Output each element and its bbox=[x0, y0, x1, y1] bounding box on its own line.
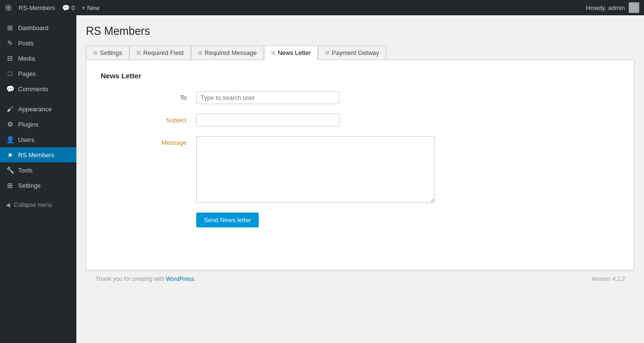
wordpress-link[interactable]: WordPress. bbox=[166, 276, 195, 282]
sidebar-item-settings[interactable]: ⊞ Settings bbox=[0, 178, 76, 193]
subject-label: Subject bbox=[101, 114, 196, 124]
collapse-menu[interactable]: ◀ Collapse menu bbox=[0, 198, 76, 212]
tab-required-field[interactable]: ⊞ Required Field bbox=[129, 45, 191, 60]
to-input[interactable] bbox=[196, 91, 339, 104]
sidebar-item-media[interactable]: ⊟ Media bbox=[0, 51, 76, 66]
admin-bar: ⊕ RS-Members 💬 0 + New Howdy, admin bbox=[0, 0, 644, 15]
pages-icon: □ bbox=[6, 70, 14, 77]
sidebar-item-label: Pages bbox=[18, 70, 36, 77]
collapse-icon: ◀ bbox=[6, 202, 10, 208]
sidebar-item-comments[interactable]: 💬 Comments bbox=[0, 81, 76, 96]
message-label: Message bbox=[101, 136, 196, 146]
settings-icon: ⊞ bbox=[6, 182, 14, 189]
sidebar-item-label: Users bbox=[18, 136, 34, 143]
plus-icon: + bbox=[82, 4, 85, 11]
tab-news-letter[interactable]: ⊞ News Letter bbox=[264, 45, 318, 60]
sidebar-item-tools[interactable]: 🔧 Tools bbox=[0, 162, 76, 178]
tools-icon: 🔧 bbox=[6, 166, 14, 174]
new-link[interactable]: + New bbox=[82, 4, 100, 11]
posts-icon: ✎ bbox=[6, 39, 14, 47]
sidebar-item-plugins[interactable]: ⚙ Plugins bbox=[0, 117, 76, 132]
submit-spacer bbox=[101, 213, 196, 215]
tab-settings-icon: ⊞ bbox=[93, 50, 97, 56]
section-title: News Letter bbox=[101, 72, 620, 80]
footer-text: Thank you for creating with WordPress. bbox=[95, 276, 196, 282]
appearance-icon: 🖌 bbox=[6, 105, 14, 113]
media-icon: ⊟ bbox=[6, 54, 14, 62]
tab-required-field-icon: ⊞ bbox=[137, 50, 141, 56]
sidebar-item-label: RS Members bbox=[18, 151, 54, 159]
form-row-message: Message bbox=[101, 136, 620, 203]
sidebar-item-label: Dashboard bbox=[18, 24, 49, 32]
content-panel: News Letter To Subject Message bbox=[86, 60, 634, 270]
page-title: RS Members bbox=[86, 25, 634, 38]
sidebar-item-label: Comments bbox=[18, 86, 48, 93]
tab-payment-getway[interactable]: ⊞ Payment Getway bbox=[318, 45, 386, 60]
adminbar-right: Howdy, admin bbox=[586, 2, 639, 13]
tab-required-message[interactable]: ⊞ Required Message bbox=[191, 45, 264, 60]
tab-required-message-icon: ⊞ bbox=[198, 50, 202, 56]
sidebar-item-label: Plugins bbox=[18, 121, 39, 128]
sidebar-item-pages[interactable]: □ Pages bbox=[0, 66, 76, 81]
message-textarea[interactable] bbox=[196, 136, 435, 203]
newsletter-form: To Subject Message Send News letter bbox=[101, 91, 620, 227]
sidebar-item-appearance[interactable]: 🖌 Appearance bbox=[0, 101, 76, 117]
howdy-text: Howdy, admin bbox=[586, 4, 625, 11]
sidebar-item-users[interactable]: 👤 Users bbox=[0, 132, 76, 147]
sidebar-item-dashboard[interactable]: ⊞ Dashboard bbox=[0, 20, 76, 35]
sidebar-item-label: Media bbox=[18, 55, 35, 62]
form-row-subject: Subject bbox=[101, 114, 620, 127]
tab-payment-getway-icon: ⊞ bbox=[325, 50, 329, 56]
plugins-icon: ⚙ bbox=[6, 120, 14, 128]
send-newsletter-button[interactable]: Send News letter bbox=[196, 213, 259, 227]
subject-input[interactable] bbox=[196, 114, 339, 127]
tab-news-letter-icon: ⊞ bbox=[271, 50, 275, 56]
site-name[interactable]: RS-Members bbox=[19, 4, 55, 11]
users-icon: 👤 bbox=[6, 136, 14, 143]
tab-settings[interactable]: ⊞ Settings bbox=[86, 45, 129, 60]
sidebar-item-label: Tools bbox=[18, 167, 32, 174]
layout: ⊞ Dashboard ✎ Posts ⊟ Media □ Pages 💬 Co… bbox=[0, 15, 644, 343]
dashboard-icon: ⊞ bbox=[6, 24, 14, 32]
sidebar-item-rs-members[interactable]: ★ RS Members bbox=[0, 147, 76, 162]
sidebar-item-label: Settings bbox=[18, 182, 41, 189]
main-content: RS Members ⊞ Settings ⊞ Required Field ⊞… bbox=[76, 15, 644, 343]
sidebar: ⊞ Dashboard ✎ Posts ⊟ Media □ Pages 💬 Co… bbox=[0, 15, 76, 343]
wp-logo-icon[interactable]: ⊕ bbox=[5, 2, 12, 13]
form-row-to: To bbox=[101, 91, 620, 104]
sidebar-item-label: Appearance bbox=[18, 106, 52, 113]
rs-members-icon: ★ bbox=[6, 151, 14, 159]
tabs-bar: ⊞ Settings ⊞ Required Field ⊞ Required M… bbox=[86, 45, 634, 60]
form-row-submit: Send News letter bbox=[101, 213, 620, 227]
sidebar-item-label: Posts bbox=[18, 40, 34, 47]
footer: Thank you for creating with WordPress. V… bbox=[86, 270, 634, 287]
comments-icon: 💬 bbox=[6, 85, 14, 93]
comment-icon: 💬 bbox=[62, 4, 70, 11]
sidebar-item-posts[interactable]: ✎ Posts bbox=[0, 35, 76, 51]
avatar[interactable] bbox=[629, 2, 639, 13]
version-text: Version 4.2.2 bbox=[591, 276, 625, 282]
to-label: To bbox=[101, 91, 196, 101]
comments-link[interactable]: 💬 0 bbox=[62, 4, 75, 11]
